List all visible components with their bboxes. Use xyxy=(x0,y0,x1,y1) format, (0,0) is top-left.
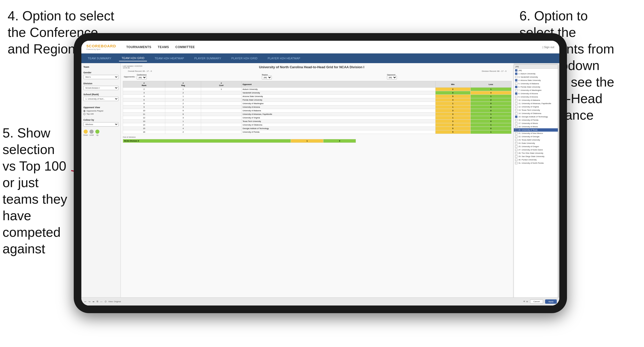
cell-rank: 15 xyxy=(123,127,165,130)
subnav-player-h2h-heatmap[interactable]: PLAYER H2H HEATMAP xyxy=(265,55,303,61)
dropdown-item[interactable]: ✓ 8. University of Arizona xyxy=(514,92,558,95)
back-icon[interactable]: ⬅ xyxy=(92,300,95,303)
dropdown-item-label: 25. University of Oregon xyxy=(518,145,539,148)
dropdown-item[interactable]: 12. University of Virginia xyxy=(514,105,558,108)
dropdown-checkbox xyxy=(515,139,517,141)
cell-conf xyxy=(201,95,242,98)
dropdown-item[interactable]: 25. University of Oregon xyxy=(514,145,558,148)
dropdown-item[interactable]: 28. The Ohio State University xyxy=(514,151,558,155)
subnav-team-h2h-heatmap[interactable]: TEAM H2H HEATMAP xyxy=(152,55,187,61)
cell-conf xyxy=(201,127,242,130)
subnav-team-summary[interactable]: TEAM SUMMARY xyxy=(85,55,114,61)
dropdown-item[interactable]: 9. University of Arizona xyxy=(514,95,558,99)
dropdown-item[interactable]: 22. University of Georgia xyxy=(514,135,558,138)
dropdown-item[interactable]: 29. San Diego State University xyxy=(514,155,558,158)
left-panel: Team Gender Men's Division NCAA Division… xyxy=(81,63,121,306)
cell-rag: 4 xyxy=(165,127,201,130)
table-row: 11 6 University of Arkansas, Fayettevill… xyxy=(123,113,512,116)
cell-conf: 1 xyxy=(201,88,242,91)
filter-opponent-label: Opponent xyxy=(387,74,511,76)
cell-win: 2 xyxy=(435,88,470,91)
dropdown-item[interactable]: ✓ (All) xyxy=(514,69,558,72)
filter-opponent-select[interactable]: (All) xyxy=(387,76,397,79)
division-record: Division Record: 88 - 17 - 0 xyxy=(482,70,506,72)
dropdown-item[interactable]: ✓ 2. Auburn University xyxy=(514,72,558,75)
cell-conf xyxy=(201,105,242,109)
school-select[interactable]: 1. University of Nort... xyxy=(83,97,118,101)
nav-tournaments[interactable]: TOURNAMENTS xyxy=(126,44,152,50)
dropdown-item[interactable]: 30. Purdue University xyxy=(514,158,558,161)
dropdown-item-label: 10. University of Alabama xyxy=(518,99,540,101)
filter-region-select[interactable]: (All) xyxy=(262,76,272,79)
dropdown-item[interactable]: 18. University of Illinois xyxy=(514,125,558,128)
dropdown-item[interactable]: 14. University of Oklahoma xyxy=(514,112,558,115)
app-header: 5COREBOARD Powered by 5port TOURNAMENTS … xyxy=(81,41,559,53)
zoom-w: W xyxy=(526,300,528,303)
dash-icon[interactable]: — xyxy=(100,300,103,303)
opponent-dropdown-panel[interactable]: (All) ✓ (All) ✓ 2. Auburn University 3. … xyxy=(514,64,558,304)
cell-rank: 10 xyxy=(123,109,165,113)
cell-rag: 5 xyxy=(165,109,201,113)
filter-region-label: Region xyxy=(262,74,385,76)
dropdown-item[interactable]: 27. University of Notre Dame xyxy=(514,148,558,151)
division-section: Division NCAA Division I xyxy=(83,82,118,90)
dropdown-item[interactable]: 16. University of Florida xyxy=(514,118,558,122)
annotation-5: 5. Show selection vs Top 100 or just tea… xyxy=(3,125,81,257)
dropdown-item[interactable]: 31. University of North Florida xyxy=(514,161,558,165)
dropdown-item[interactable]: 17. University of Illinois xyxy=(514,122,558,125)
cell-loss: 1 xyxy=(470,88,511,91)
cancel-button[interactable]: Cancel xyxy=(530,299,543,304)
dropdown-item[interactable]: 21. University of New Mexico xyxy=(514,132,558,135)
radio-top-100[interactable]: Top 100 xyxy=(83,113,118,115)
dropdown-item[interactable]: ✓ 15. Georgia Institute of Technology xyxy=(514,115,558,118)
dropdown-item[interactable]: 20. University of Texas xyxy=(514,128,558,132)
filter-conference-select[interactable]: (All) xyxy=(137,76,147,79)
colour-label: Colour by xyxy=(83,119,118,121)
dropdown-item[interactable]: ✓ 6. Florida State University xyxy=(514,85,558,89)
tablet-screen: 5COREBOARD Powered by 5port TOURNAMENTS … xyxy=(81,41,559,306)
undo-icon[interactable]: ↩ xyxy=(84,300,87,303)
dropdown-item[interactable]: 10. University of Alabama xyxy=(514,99,558,102)
radio-opponents-played[interactable]: Opponents Played xyxy=(83,110,118,112)
dropdown-item-label: 3. Vanderbilt University xyxy=(518,76,538,78)
dropdown-item[interactable]: 11. University of Arkansas, Fayetteville xyxy=(514,102,558,105)
cell-win: 5 xyxy=(435,127,470,130)
nav-teams[interactable]: TEAMS xyxy=(158,44,169,50)
dropdown-item[interactable]: ✓ 4. Arizona State University xyxy=(514,79,558,82)
colour-section: Colour by Win/loss xyxy=(83,119,118,127)
clock-icon[interactable]: ⏱ xyxy=(104,300,107,303)
dropdown-item[interactable]: 5. University of Alabama xyxy=(514,82,558,85)
apply-button[interactable]: Apply xyxy=(545,299,557,304)
gender-select[interactable]: Men's xyxy=(83,75,118,79)
col-win: Win xyxy=(435,81,470,88)
cell-win: 5 xyxy=(435,95,470,98)
colour-select[interactable]: Win/loss xyxy=(83,122,118,127)
dropdown-checkbox xyxy=(515,162,517,164)
cell-rag: 2 xyxy=(165,98,201,102)
cell-conf xyxy=(201,130,242,134)
dropdown-item-label: 20. University of Texas xyxy=(518,129,537,131)
dropdown-checkbox: ✓ xyxy=(515,79,517,81)
cell-conf xyxy=(201,109,242,113)
redo-icon[interactable]: ↪ xyxy=(88,300,91,303)
dropdown-item[interactable]: 3. Vanderbilt University xyxy=(514,75,558,79)
subnav-player-h2h-grid[interactable]: PLAYER H2H GRID xyxy=(229,55,260,61)
sub-nav: TEAM SUMMARY TEAM H2H GRID TEAM H2H HEAT… xyxy=(81,53,559,63)
col-opponent: Opponent xyxy=(242,81,435,88)
dropdown-item[interactable]: 23. Texas A&M University xyxy=(514,138,558,142)
division-select[interactable]: NCAA Division I xyxy=(83,86,118,90)
cell-rank: 14 xyxy=(123,123,165,127)
nav-committee[interactable]: COMMITTEE xyxy=(175,44,195,50)
subnav-team-h2h-grid[interactable]: TEAM H2H GRID xyxy=(119,55,147,61)
dropdown-item[interactable]: 24. Duke University xyxy=(514,142,558,145)
dropdown-checkbox xyxy=(515,129,517,131)
out-division-table: NCAA Division II 1 0 xyxy=(123,139,356,143)
copy-icon[interactable]: ⧉ xyxy=(96,300,99,303)
subnav-player-summary[interactable]: PLAYER SUMMARY xyxy=(192,55,224,61)
dropdown-item-label: 18. University of Illinois xyxy=(518,126,538,128)
dropdown-item[interactable]: 13. Texas Tech University xyxy=(514,108,558,112)
cell-opponent: Auburn University xyxy=(242,88,435,91)
nav-sign-out[interactable]: | Sign out xyxy=(543,46,554,49)
dropdown-item[interactable]: 7. University of Washington xyxy=(514,89,558,92)
dropdown-checkbox: ✓ xyxy=(515,73,517,75)
